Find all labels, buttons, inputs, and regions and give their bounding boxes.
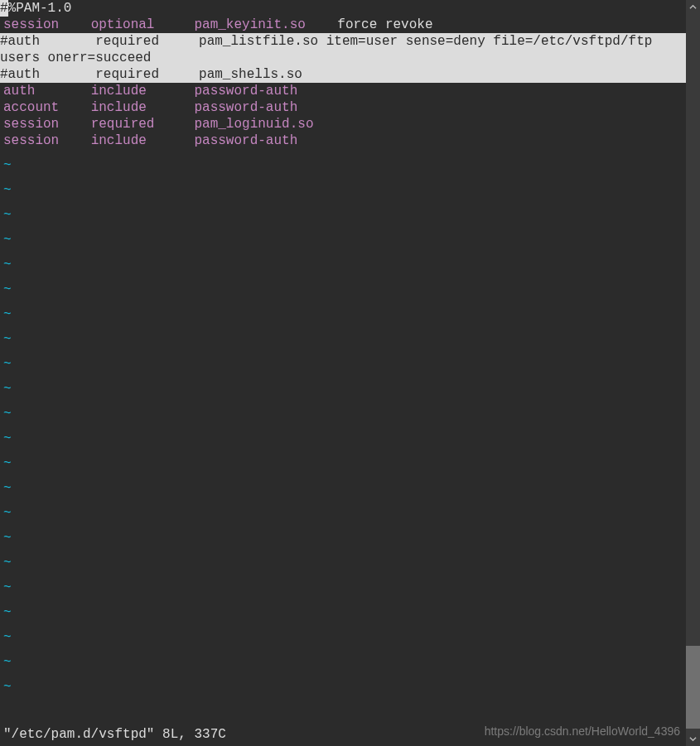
code-token: pam_shells.so (199, 67, 302, 82)
chevron-up-icon (689, 3, 697, 11)
tilde-glyph: ~ (3, 680, 12, 695)
empty-line-tilde: ~ (0, 331, 686, 348)
tilde-glyph: ~ (3, 580, 12, 595)
tilde-glyph: ~ (3, 183, 12, 198)
code-token: %PAM-1.0 (8, 1, 72, 16)
code-token (59, 100, 90, 115)
code-line: session required pam_loginuid.so (0, 116, 686, 132)
code-token: include (91, 84, 147, 99)
tilde-glyph: ~ (3, 382, 12, 397)
code-token: password-auth (194, 133, 297, 148)
code-token: include (91, 133, 147, 148)
vim-status-line: "/etc/pam.d/vsftpd" 8L, 337C (0, 726, 686, 743)
code-token (59, 117, 90, 132)
scroll-up-button[interactable] (686, 0, 700, 14)
tilde-glyph: ~ (3, 357, 12, 372)
code-token: account (3, 100, 59, 115)
code-line: #auth required pam_shells.so (0, 66, 686, 83)
code-line: #auth required pam_listfile.so item=user… (0, 33, 686, 50)
empty-line-tilde: ~ (0, 381, 686, 397)
code-token: required (91, 117, 155, 132)
scrollbar-thumb[interactable] (686, 646, 700, 729)
code-token: pam_listfile.so (199, 34, 318, 49)
tilde-glyph: ~ (3, 208, 12, 223)
empty-line-tilde: ~ (0, 580, 686, 596)
tilde-glyph: ~ (3, 456, 12, 471)
code-token (59, 133, 90, 148)
tilde-glyph: ~ (3, 655, 12, 670)
tilde-glyph: ~ (3, 431, 12, 446)
code-token (147, 84, 195, 99)
code-token (159, 67, 199, 82)
code-line: users onerr=succeed (0, 50, 686, 66)
empty-line-tilde: ~ (0, 182, 686, 199)
empty-line-tilde: ~ (0, 679, 686, 695)
code-token: # (0, 67, 8, 82)
empty-line-tilde: ~ (0, 282, 686, 298)
empty-line-tilde: ~ (0, 356, 686, 373)
empty-line-tilde: ~ (0, 530, 686, 546)
code-token: pam_loginuid.so (194, 117, 313, 132)
code-token: item=user sense=deny file=/etc/vsftpd/ft… (318, 34, 652, 49)
code-token: password-auth (194, 100, 297, 115)
code-token (154, 117, 194, 132)
code-token (35, 84, 90, 99)
code-token: optional (91, 17, 155, 32)
visual-selection: #auth required pam_listfile.so item=user… (0, 33, 686, 50)
empty-line-tilde: ~ (0, 431, 686, 447)
empty-line-tilde: ~ (0, 629, 686, 646)
tilde-glyph: ~ (3, 605, 12, 620)
code-token (59, 17, 90, 32)
tilde-glyph: ~ (3, 233, 12, 248)
tilde-glyph: ~ (3, 630, 12, 645)
empty-line-tilde: ~ (0, 654, 686, 671)
code-line: session include password-auth (0, 132, 686, 149)
code-token: users onerr=succeed (0, 51, 151, 65)
code-line: auth include password-auth (0, 83, 686, 99)
empty-line-tilde: ~ (0, 555, 686, 571)
tilde-glyph: ~ (3, 158, 12, 173)
code-token: session (3, 117, 59, 132)
visual-selection: #auth required pam_shells.so (0, 66, 686, 83)
empty-line-tilde: ~ (0, 455, 686, 472)
tilde-glyph: ~ (3, 556, 12, 570)
code-token: session (3, 17, 59, 32)
empty-line-tilde: ~ (0, 505, 686, 522)
tilde-glyph: ~ (3, 307, 12, 322)
empty-line-tilde: ~ (0, 480, 686, 497)
visual-selection: users onerr=succeed (0, 50, 686, 66)
chevron-down-icon (689, 735, 697, 743)
empty-line-tilde: ~ (0, 604, 686, 621)
empty-line-tilde: ~ (0, 232, 686, 248)
tilde-glyph: ~ (3, 332, 12, 347)
vim-editor-viewport[interactable]: #%PAM-1.0session optional pam_keyinit.so… (0, 0, 686, 746)
empty-line-tilde: ~ (0, 207, 686, 224)
code-token: force revoke (306, 17, 433, 32)
code-token (159, 34, 199, 49)
scroll-down-button[interactable] (686, 732, 700, 746)
empty-line-tilde: ~ (0, 257, 686, 273)
code-token: # (0, 34, 8, 49)
cursor: # (0, 0, 8, 17)
code-token (40, 67, 95, 82)
tilde-glyph: ~ (3, 407, 12, 421)
code-token (147, 133, 195, 148)
code-token: required (95, 67, 159, 82)
tilde-glyph: ~ (3, 257, 12, 272)
code-token: include (91, 100, 147, 115)
code-token: password-auth (194, 84, 297, 99)
code-token (154, 17, 194, 32)
tilde-glyph: ~ (3, 481, 12, 496)
code-token: required (95, 34, 159, 49)
empty-line-tilde: ~ (0, 157, 686, 174)
scrollbar-track[interactable] (686, 0, 700, 746)
code-line: session optional pam_keyinit.so force re… (0, 17, 686, 33)
code-token: auth (8, 34, 40, 49)
code-token: pam_keyinit.so (194, 17, 305, 32)
code-token (40, 34, 95, 49)
code-token: auth (8, 67, 40, 82)
tilde-glyph: ~ (3, 531, 12, 546)
tilde-glyph: ~ (3, 506, 12, 521)
empty-line-tilde: ~ (0, 306, 686, 323)
code-line: account include password-auth (0, 99, 686, 116)
